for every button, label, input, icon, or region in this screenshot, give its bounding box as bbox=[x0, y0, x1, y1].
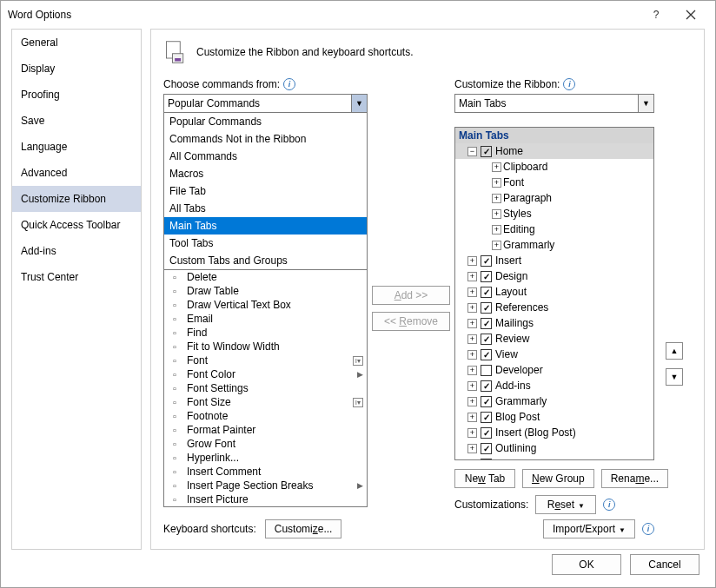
tree-checkbox[interactable] bbox=[481, 349, 492, 360]
sidebar-item-add-ins[interactable]: Add-ins bbox=[12, 238, 141, 264]
dropdown-option[interactable]: Tool Tabs bbox=[164, 235, 367, 252]
sidebar-item-display[interactable]: Display bbox=[12, 56, 141, 82]
tree-row[interactable]: +Grammarly bbox=[455, 237, 653, 253]
sidebar-item-trust-center[interactable]: Trust Center bbox=[12, 264, 141, 290]
command-item[interactable]: ▫Grow Font bbox=[164, 437, 367, 451]
tree-row[interactable]: +Insert bbox=[455, 253, 653, 268]
tree-row[interactable]: +Insert (Blog Post) bbox=[455, 425, 653, 440]
ribbon-tree[interactable]: Main Tabs−Home+Clipboard+Font+Paragraph+… bbox=[454, 127, 654, 460]
command-item[interactable]: ▫Insert Picture bbox=[164, 492, 367, 506]
command-item[interactable]: ▫Insert Comment bbox=[164, 465, 367, 479]
expand-toggle[interactable]: + bbox=[467, 381, 477, 391]
command-item[interactable]: ▫Delete bbox=[164, 270, 367, 284]
expand-toggle[interactable]: + bbox=[492, 209, 501, 219]
tree-checkbox[interactable] bbox=[481, 255, 492, 267]
tree-row[interactable]: +Font bbox=[455, 175, 653, 190]
info-icon[interactable]: i bbox=[283, 78, 295, 90]
dropdown-option[interactable]: Commands Not in the Ribbon bbox=[164, 130, 367, 148]
tree-row[interactable]: +Blog Post bbox=[455, 409, 653, 425]
expand-toggle[interactable]: − bbox=[467, 147, 477, 156]
tree-checkbox[interactable] bbox=[481, 443, 492, 454]
new-group-button[interactable]: New Group bbox=[522, 469, 594, 488]
add-button[interactable]: Add >> bbox=[372, 286, 450, 305]
dropdown-option[interactable]: Macros bbox=[164, 165, 367, 182]
expand-toggle[interactable]: + bbox=[467, 366, 477, 375]
tree-checkbox[interactable] bbox=[481, 271, 492, 282]
tree-checkbox[interactable] bbox=[481, 380, 492, 392]
ok-button[interactable]: OK bbox=[552, 554, 621, 575]
tree-row[interactable]: +Review bbox=[455, 331, 653, 347]
tree-checkbox[interactable] bbox=[481, 302, 492, 314]
tree-row[interactable]: −Home bbox=[455, 143, 653, 159]
command-item[interactable]: ▫Find bbox=[164, 326, 367, 340]
command-item[interactable]: ▫Font Settings bbox=[164, 381, 367, 395]
sidebar-item-quick-access-toolbar[interactable]: Quick Access Toolbar bbox=[12, 212, 141, 238]
expand-toggle[interactable]: + bbox=[492, 162, 501, 172]
command-item[interactable]: ▫Fit to Window Width bbox=[164, 340, 367, 353]
command-item[interactable]: ▫Email bbox=[164, 312, 367, 326]
tree-checkbox[interactable] bbox=[481, 318, 492, 329]
expand-toggle[interactable]: + bbox=[492, 225, 501, 235]
remove-button[interactable]: << Remove bbox=[372, 312, 450, 331]
tree-row[interactable]: +Outlining bbox=[455, 440, 653, 456]
info-icon[interactable]: i bbox=[563, 78, 575, 90]
expand-toggle[interactable]: + bbox=[467, 444, 477, 453]
sidebar-item-save[interactable]: Save bbox=[12, 108, 141, 134]
tree-checkbox[interactable] bbox=[481, 396, 492, 407]
dropdown-option[interactable]: File Tab bbox=[164, 182, 367, 200]
tree-checkbox[interactable] bbox=[481, 287, 492, 298]
command-item[interactable]: ▫Insert Text Box bbox=[164, 506, 367, 507]
dropdown-option[interactable]: Main Tabs bbox=[164, 217, 367, 235]
expand-toggle[interactable]: + bbox=[467, 303, 477, 313]
expand-toggle[interactable]: + bbox=[492, 194, 501, 203]
rename-button[interactable]: Rename... bbox=[601, 469, 668, 488]
sidebar-item-customize-ribbon[interactable]: Customize Ribbon bbox=[12, 186, 141, 212]
expand-toggle[interactable]: + bbox=[467, 397, 477, 406]
import-export-button[interactable]: Import/Export▼ bbox=[543, 519, 635, 538]
expand-toggle[interactable]: + bbox=[467, 256, 477, 266]
tree-row[interactable]: +Grammarly bbox=[455, 393, 653, 409]
reset-button[interactable]: Reset▼ bbox=[535, 495, 596, 514]
command-item[interactable]: ▫Insert Page Section Breaks▶ bbox=[164, 479, 367, 492]
dropdown-option[interactable]: All Tabs bbox=[164, 200, 367, 217]
expand-toggle[interactable]: + bbox=[467, 350, 477, 360]
sidebar-item-proofing[interactable]: Proofing bbox=[12, 82, 141, 108]
commands-listbox[interactable]: ▫Delete▫Draw Table▫Draw Vertical Text Bo… bbox=[163, 270, 368, 507]
sidebar-item-language[interactable]: Language bbox=[12, 134, 141, 160]
move-up-button[interactable]: ▲ bbox=[666, 342, 683, 360]
dropdown-option[interactable]: Custom Tabs and Groups bbox=[164, 252, 367, 269]
dropdown-option[interactable]: All Commands bbox=[164, 148, 367, 165]
tree-row[interactable]: +Clipboard bbox=[455, 159, 653, 175]
expand-toggle[interactable]: + bbox=[492, 241, 501, 250]
tree-checkbox[interactable] bbox=[481, 334, 492, 345]
tree-checkbox[interactable] bbox=[481, 365, 492, 376]
customize-ribbon-select[interactable]: Main Tabs ▼ bbox=[454, 94, 654, 113]
tree-checkbox[interactable] bbox=[481, 412, 492, 423]
customize-shortcuts-button[interactable]: Customize... bbox=[265, 519, 342, 538]
new-tab-button[interactable]: New Tab bbox=[454, 469, 515, 488]
expand-toggle[interactable]: + bbox=[467, 287, 477, 297]
command-item[interactable]: ▫Hyperlink... bbox=[164, 451, 367, 465]
tree-row[interactable]: +Paragraph bbox=[455, 190, 653, 206]
tree-row[interactable]: +Background Removal bbox=[455, 456, 653, 460]
expand-toggle[interactable]: + bbox=[467, 413, 477, 422]
command-item[interactable]: ▫Draw Table bbox=[164, 284, 367, 298]
tree-row[interactable]: +Editing bbox=[455, 221, 653, 237]
expand-toggle[interactable]: + bbox=[467, 334, 477, 344]
tree-row[interactable]: +References bbox=[455, 300, 653, 315]
cancel-button[interactable]: Cancel bbox=[630, 554, 699, 575]
command-item[interactable]: ▫Footnote bbox=[164, 409, 367, 423]
command-item[interactable]: ▫Format Painter bbox=[164, 423, 367, 437]
expand-toggle[interactable]: + bbox=[467, 459, 477, 461]
sidebar-item-general[interactable]: General bbox=[12, 30, 141, 56]
command-item[interactable]: ▫Draw Vertical Text Box bbox=[164, 298, 367, 312]
dropdown-option[interactable]: Popular Commands bbox=[164, 113, 367, 130]
tree-row[interactable]: +Add-ins bbox=[455, 378, 653, 393]
help-button[interactable]: ? bbox=[639, 3, 673, 27]
command-item[interactable]: ▫Font SizeI▾ bbox=[164, 395, 367, 409]
tree-row[interactable]: +Mailings bbox=[455, 315, 653, 331]
expand-toggle[interactable]: + bbox=[467, 428, 477, 438]
expand-toggle[interactable]: + bbox=[467, 272, 477, 281]
sidebar-item-advanced[interactable]: Advanced bbox=[12, 160, 141, 186]
expand-toggle[interactable]: + bbox=[467, 319, 477, 328]
